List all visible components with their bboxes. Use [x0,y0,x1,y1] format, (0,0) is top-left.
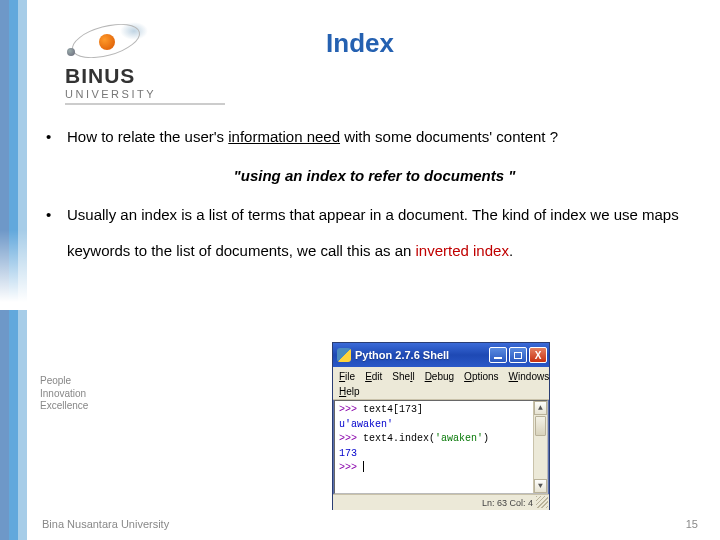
status-text: Ln: 63 Col: 4 [482,498,533,508]
prompt: >>> [339,462,363,473]
window-title: Python 2.7.6 Shell [355,349,449,361]
menu-bar: File Edit Shell Debug Options Windows He… [333,367,549,400]
prompt: >>> [339,433,363,444]
code-line-2b: 'awaken' [435,433,483,444]
resize-grip-icon[interactable] [536,496,548,508]
code-line-1: text4[173] [363,404,423,415]
bullet-1-text-b: with some documents' content ? [340,128,558,145]
status-bar: Ln: 63 Col: 4 [333,494,549,510]
menu-options[interactable]: Options [464,371,498,382]
bullet-1: How to relate the user's information nee… [42,119,682,156]
console-area[interactable]: >>> text4[173] u'awaken' >>> text4.index… [334,400,548,494]
page-number: 15 [686,518,698,530]
prompt: >>> [339,404,363,415]
bullet-1-text-a: How to relate the user's [67,128,228,145]
menu-help[interactable]: Help [339,386,360,397]
side-accent [0,0,30,540]
window-titlebar[interactable]: Python 2.7.6 Shell X [333,343,549,367]
bullet-2-text-a: Usually an index is a list of terms that… [67,206,679,260]
menu-debug[interactable]: Debug [425,371,454,382]
python-shell-window: Python 2.7.6 Shell X File Edit Shell Deb… [332,342,550,510]
tagline-3: Excellence [40,400,88,413]
quote-line: "using an index to refer to documents " [67,158,682,195]
menu-edit[interactable]: Edit [365,371,382,382]
tagline: People Innovation Excellence [40,375,88,413]
page-title: Index [0,28,720,59]
menu-file[interactable]: File [339,371,355,382]
bullet-2-text-b: . [509,242,513,259]
bullet-2-red: inverted index [416,242,509,259]
maximize-button[interactable] [509,347,527,363]
bullet-2: Usually an index is a list of terms that… [42,197,682,271]
text-cursor [363,461,364,472]
footer: Bina Nusantara University 15 [0,518,720,530]
python-icon [337,348,351,362]
menu-windows[interactable]: Windows [509,371,550,382]
menu-shell[interactable]: Shell [392,371,414,382]
footer-left: Bina Nusantara University [42,518,169,530]
code-line-2a: text4.index( [363,433,435,444]
tagline-2: Innovation [40,388,88,401]
code-line-2c: ) [483,433,489,444]
brand-sub: UNIVERSITY [65,88,235,100]
result-1: u'awaken' [339,418,545,433]
result-2: 173 [339,447,545,462]
close-button[interactable]: X [529,347,547,363]
bullet-1-underlined: information need [228,128,340,145]
body-content: How to relate the user's information nee… [42,119,682,270]
minimize-button[interactable] [489,347,507,363]
scroll-down-icon[interactable]: ▼ [534,479,547,493]
scroll-up-icon[interactable]: ▲ [534,401,547,415]
scrollbar[interactable]: ▲ ▼ [533,401,547,493]
scroll-thumb[interactable] [535,416,546,436]
tagline-1: People [40,375,88,388]
